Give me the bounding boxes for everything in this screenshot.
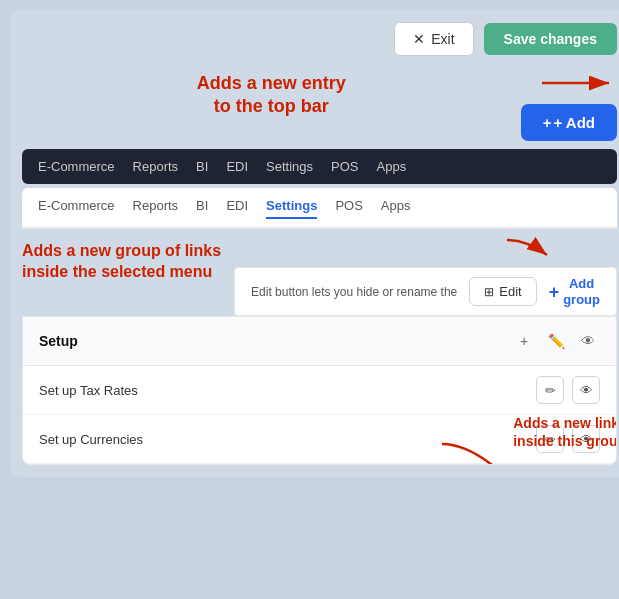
table-row: Set up Currencies ✏ 👁 [23,415,616,464]
dark-nav-ecommerce[interactable]: E-Commerce [38,159,115,174]
edit-button[interactable]: ⊞ Edit [469,277,536,306]
dark-nav-reports[interactable]: Reports [133,159,179,174]
edit-row-icon[interactable]: ✏ [536,425,564,453]
exit-label: Exit [431,31,454,47]
add-link-icon[interactable]: + [512,329,536,353]
save-label: Save changes [504,31,597,47]
group-card: Setup + ✏️ 👁 Set up Tax Rates ✏ 👁 Set up… [22,316,617,465]
visibility-group-icon[interactable]: 👁 [576,329,600,353]
x-icon: ✕ [413,31,425,47]
group-title: Setup [39,333,512,349]
light-nav-reports[interactable]: Reports [133,198,179,217]
arrow-middle-icon [497,235,557,263]
visibility-row-icon[interactable]: 👁 [572,376,600,404]
dark-nav-pos[interactable]: POS [331,159,358,174]
light-nav-settings[interactable]: Settings [266,198,317,219]
dark-nav-settings[interactable]: Settings [266,159,313,174]
dark-nav-edi[interactable]: EDI [226,159,248,174]
light-nav-bi[interactable]: BI [196,198,208,217]
exit-button[interactable]: ✕ Exit [394,22,473,56]
visibility-row-icon[interactable]: 👁 [572,425,600,453]
info-text: Edit button lets you hide or rename the [251,285,457,299]
add-group-label: Addgroup [563,276,600,307]
add-group-button[interactable]: + Addgroup [549,276,600,307]
row-label: Set up Tax Rates [39,383,536,398]
light-nav-bar: E-Commerce Reports BI EDI Settings POS A… [22,188,617,229]
dark-nav-bi[interactable]: BI [196,159,208,174]
table-row: Set up Tax Rates ✏ 👁 [23,366,616,415]
dark-nav-apps[interactable]: Apps [377,159,407,174]
arrow-top-right-icon [537,68,617,98]
annotation-top: Adds a new entry to the top bar [22,72,521,119]
light-nav-apps[interactable]: Apps [381,198,411,217]
light-nav-edi[interactable]: EDI [226,198,248,217]
row-icons: ✏ 👁 [536,425,600,453]
row-icons: ✏ 👁 [536,376,600,404]
action-row: Edit button lets you hide or rename the … [234,267,617,316]
plus-icon: + [543,114,552,131]
group-header: Setup + ✏️ 👁 [23,317,616,366]
row-label: Set up Currencies [39,432,536,447]
edit-icon: ⊞ [484,285,494,299]
group-header-icons: + ✏️ 👁 [512,329,600,353]
add-button[interactable]: + + Add [521,104,617,141]
annotation-middle: Adds a new group of links inside the sel… [22,241,224,283]
light-nav-ecommerce[interactable]: E-Commerce [38,198,115,217]
edit-row-icon[interactable]: ✏ [536,376,564,404]
edit-group-icon[interactable]: ✏️ [544,329,568,353]
light-nav-pos[interactable]: POS [335,198,362,217]
top-bar: ✕ Exit Save changes [22,22,617,56]
dark-nav-bar: E-Commerce Reports BI EDI Settings POS A… [22,149,617,184]
save-changes-button[interactable]: Save changes [484,23,617,55]
